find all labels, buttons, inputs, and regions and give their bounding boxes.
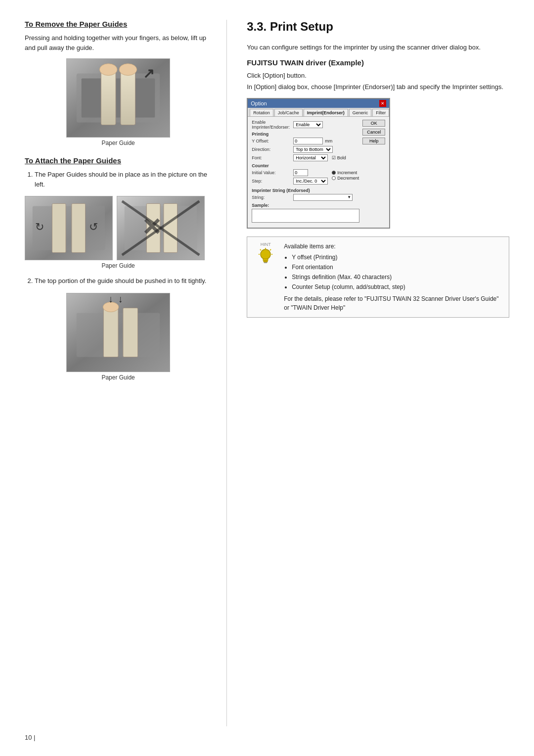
svg-point-28: [261, 249, 270, 259]
hint-box: HINT Available items are:: [247, 236, 509, 318]
dialog-enable-label: Enable Imprinter/Endorser:: [252, 120, 291, 130]
dialog-string-row: String: ▼: [252, 194, 359, 201]
dialog-direction-select[interactable]: Top to Bottom Bottom to Top: [293, 146, 333, 153]
dialog-initial-input[interactable]: [293, 169, 308, 176]
svg-line-33: [270, 249, 271, 250]
remove-image: ↗: [66, 58, 170, 138]
attach-caption-1: Paper Guide: [25, 262, 212, 269]
dialog-decrement-radio-circle: [332, 176, 336, 180]
dialog-imprinter-string-label: Imprinter String (Endorsed): [252, 188, 359, 193]
remove-section: To Remove the Paper Guides Pressing and …: [25, 20, 212, 153]
attach-heading: To Attach the Paper Guides: [25, 156, 212, 165]
dialog-bold-checkbox[interactable]: ☑ Bold: [332, 155, 346, 160]
hint-label: HINT: [261, 242, 271, 247]
dialog-body: Enable Imprinter/Endorser: Enable Disabl…: [248, 117, 389, 228]
dialog-yoffset-input[interactable]: [293, 138, 323, 144]
dialog-counter-left: Initial Value: Step: Inc./Dec. 0 Inc./De…: [252, 169, 328, 186]
dialog-sample-area: [252, 209, 359, 223]
dialog-increment-radio-circle: [332, 171, 336, 175]
attach-image-1: ↻ ↺: [25, 196, 113, 260]
attach-steps: The Paper Guides should be in place as i…: [25, 170, 212, 189]
dialog-ok-button[interactable]: OK: [362, 120, 385, 127]
svg-rect-30: [264, 261, 267, 262]
svg-rect-17: [164, 204, 178, 253]
dialog-decrement-label: Decrement: [337, 176, 359, 181]
dialog-tab-imprint[interactable]: Imprint(Endorser): [304, 109, 348, 116]
dialog-font-row: Font: Horizontal Vertical ☑ Bold: [252, 154, 359, 161]
remove-image-svg: ↗: [67, 58, 170, 138]
dialog-tab-jobcache[interactable]: Job/Cache: [274, 109, 303, 116]
dialog-title-bar: Option ✕: [248, 99, 389, 108]
dialog-counter-label: Counter: [252, 163, 359, 168]
svg-text:↓: ↓: [108, 293, 113, 304]
dialog-decrement-radio[interactable]: Decrement: [332, 176, 359, 181]
dialog-enable-select[interactable]: Enable Disable: [293, 121, 323, 128]
dialog-title: Option: [251, 100, 267, 106]
attach-image-3-svg: ↓ ↓: [67, 293, 170, 372]
dialog-step-select[interactable]: Inc./Dec. 0 Inc./Dec. 1: [293, 178, 328, 185]
dialog-tab-filter[interactable]: Filter: [372, 109, 389, 116]
dialog-font-label: Font:: [252, 155, 291, 160]
hint-item-3: Strings definition (Max. 40 characters): [292, 273, 503, 282]
attach-image-2-svg: ✕: [117, 196, 204, 260]
svg-text:↺: ↺: [89, 221, 98, 233]
attach-images-row: ↻ ↺: [25, 196, 212, 260]
page-number: 10 |: [25, 734, 35, 741]
svg-rect-4: [121, 71, 135, 125]
dialog-main-content: Enable Imprinter/Endorser: Enable Disabl…: [252, 120, 359, 225]
attach-caption-2: Paper Guide: [101, 374, 134, 381]
svg-text:↻: ↻: [35, 221, 44, 233]
svg-rect-2: [82, 78, 155, 117]
right-column: 3.3. Print Setup You can configure setti…: [227, 20, 509, 726]
dialog-sample-label: Sample:: [252, 203, 359, 208]
instruction-line-1: Click [Option] button.: [247, 71, 509, 81]
left-column: To Remove the Paper Guides Pressing and …: [25, 20, 227, 726]
svg-point-6: [119, 64, 137, 76]
dialog-initial-row: Initial Value:: [252, 169, 328, 176]
dialog-tab-generic[interactable]: Generic: [349, 109, 372, 116]
dialog-initial-label: Initial Value:: [252, 170, 291, 175]
attach-step-1: The Paper Guides should be in place as i…: [35, 170, 212, 189]
instruction-line-2: In [Option] dialog box, choose [Imprinte…: [247, 82, 509, 92]
dialog-counter-radio-group: Increment Decrement: [332, 169, 359, 181]
chapter-title: 3.3. Print Setup: [247, 20, 509, 34]
option-dialog: Option ✕ Rotation Job/Cache Imprint(Endo…: [247, 98, 390, 229]
dialog-string-field[interactable]: ▼: [293, 194, 353, 201]
dialog-string-dropdown[interactable]: ▼: [347, 195, 351, 199]
attach-steps-2: The top portion of the guide should be p…: [25, 276, 212, 286]
hint-content: Available items are: Y offset (Printing)…: [284, 242, 503, 312]
subsection-heading: FUJITSU TWAIN driver (Example): [247, 58, 509, 67]
svg-line-34: [260, 249, 261, 250]
remove-heading: To Remove the Paper Guides: [25, 20, 212, 28]
attach-image-3: ↓ ↓: [66, 293, 170, 372]
attach-image-2: ✕: [117, 196, 205, 260]
svg-rect-24: [123, 308, 138, 357]
hint-item-4: Counter Setup (column, add/subtract, ste…: [292, 283, 503, 291]
dialog-font-select[interactable]: Horizontal Vertical: [293, 154, 328, 161]
dialog-side-buttons: OK Cancel Help: [362, 120, 385, 225]
svg-text:↗: ↗: [143, 66, 154, 81]
dialog-increment-label: Increment: [337, 170, 357, 175]
dialog-yoffset-row: Y Offset: mm: [252, 138, 359, 144]
svg-text:↓: ↓: [118, 293, 123, 304]
dialog-help-button[interactable]: Help: [362, 138, 385, 144]
hint-item-1: Y offset (Printing): [292, 253, 503, 262]
svg-rect-3: [101, 71, 116, 125]
remove-caption: Paper Guide: [101, 140, 134, 146]
dialog-direction-label: Direction:: [252, 147, 291, 152]
dialog-cancel-button[interactable]: Cancel: [362, 129, 385, 136]
intro-text: You can configure settings for the impri…: [247, 43, 509, 52]
dialog-yoffset-label: Y Offset:: [252, 139, 291, 143]
hint-item-2: Font orientation: [292, 263, 503, 272]
svg-rect-23: [103, 308, 118, 357]
dialog-close-button[interactable]: ✕: [379, 100, 386, 107]
dialog-printing-label: Printing: [252, 132, 359, 137]
attach-step-2: The top portion of the guide should be p…: [35, 276, 212, 286]
hint-lightbulb-icon: [257, 248, 274, 266]
dialog-increment-radio[interactable]: Increment: [332, 170, 359, 175]
dialog-step-row: Step: Inc./Dec. 0 Inc./Dec. 1: [252, 178, 328, 185]
dialog-tab-rotation[interactable]: Rotation: [250, 109, 273, 116]
svg-point-5: [99, 64, 117, 76]
hint-reference: For the details, please refer to "FUJITS…: [284, 294, 503, 312]
dialog-yoffset-unit: mm: [325, 139, 332, 143]
